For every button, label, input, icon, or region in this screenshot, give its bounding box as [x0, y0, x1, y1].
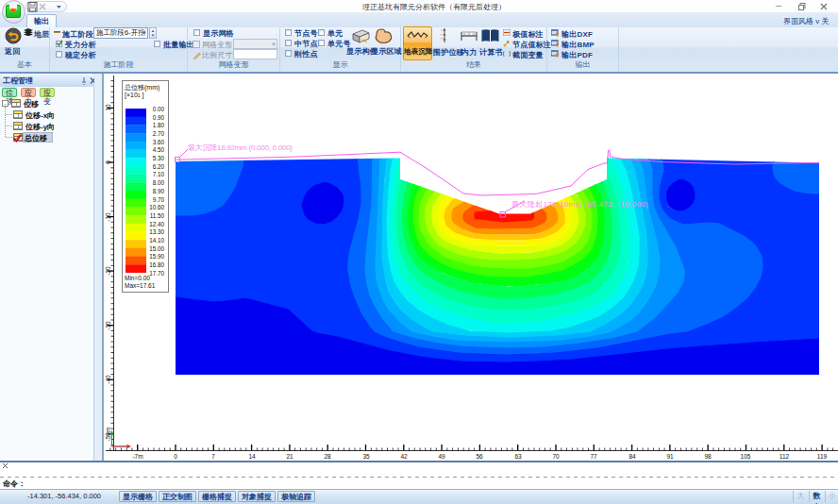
svg-text:98: 98 — [704, 453, 712, 460]
svg-text:0: 0 — [105, 160, 111, 164]
svg-text:21: 21 — [286, 453, 293, 460]
svg-text:14: 14 — [248, 453, 256, 460]
svg-text:-20: -20 — [105, 266, 111, 276]
svg-text:42: 42 — [400, 453, 408, 460]
svg-text:35: 35 — [362, 453, 370, 460]
svg-text:-10: -10 — [105, 212, 111, 222]
svg-text:28: 28 — [324, 453, 331, 460]
svg-text:7: 7 — [211, 453, 215, 460]
svg-text:70: 70 — [552, 453, 560, 460]
svg-text:-40: -40 — [105, 375, 111, 384]
svg-text:-30: -30 — [105, 321, 111, 330]
svg-text:91: 91 — [666, 453, 674, 460]
svg-text:49: 49 — [438, 453, 445, 460]
svg-text:119: 119 — [817, 453, 828, 460]
svg-text:105: 105 — [741, 453, 751, 460]
svg-text:10: 10 — [105, 104, 111, 111]
svg-text:77: 77 — [590, 453, 597, 460]
svg-text:0: 0 — [174, 453, 177, 460]
svg-text:56: 56 — [476, 453, 483, 460]
svg-text:63: 63 — [514, 453, 522, 460]
svg-text:最大隆起176.10mm (60.472, -10.000): 最大隆起176.10mm (60.472, -10.000) — [511, 200, 648, 209]
svg-text:112: 112 — [779, 453, 790, 460]
svg-text:-7m: -7m — [132, 453, 142, 460]
svg-text:最大沉降18.92mm (0.000, 0.000): 最大沉降18.92mm (0.000, 0.000) — [188, 143, 293, 152]
svg-text:84: 84 — [628, 453, 636, 460]
